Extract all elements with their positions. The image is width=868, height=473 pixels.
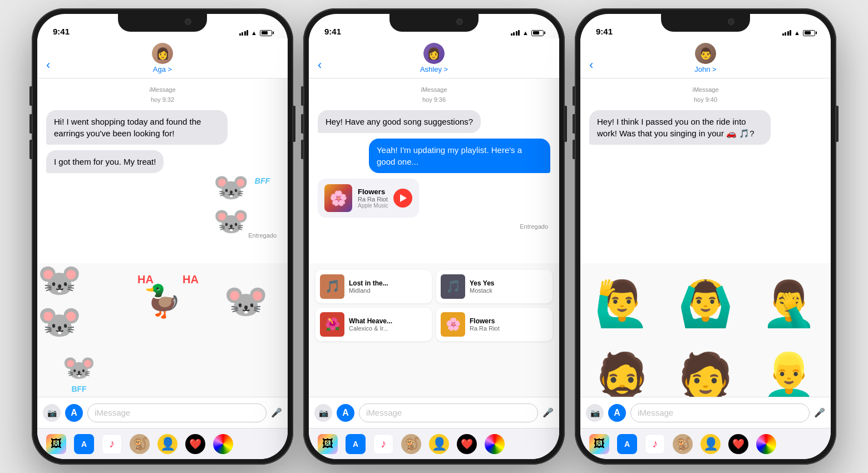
music-panel-2: 🎵 Lost in the... Midland 🎵 Yes Yes Mosta… [309, 263, 559, 397]
message-row-4: Yeah! I'm updating my playlist. Here's a… [318, 139, 550, 173]
photos-app-3[interactable]: 🖼 [589, 434, 609, 454]
contact-header-1[interactable]: 👩 Aga > [152, 43, 173, 73]
animoji-app-1[interactable]: 👤 [157, 434, 177, 454]
appstore-button-1[interactable]: A [65, 404, 83, 422]
music-grid-item-2[interactable]: 🎵 Yes Yes Mostack [436, 270, 553, 303]
audio-button-1[interactable]: 🎤 [271, 407, 282, 418]
memoji-app-3[interactable]: 🐒 [673, 434, 693, 454]
imessage-input-2[interactable]: iMessage [359, 403, 538, 422]
heart-app-3[interactable]: ❤️ [728, 434, 748, 454]
contact-header-3[interactable]: 👨 John > [694, 43, 716, 73]
battery-icon-2 [531, 30, 544, 36]
mini-art-1: 🎵 [320, 274, 344, 299]
sticker-cell-1[interactable]: 🐭🐭 [37, 268, 121, 334]
animoji-app-3[interactable]: 👤 [701, 434, 721, 454]
appstore-button-2[interactable]: A [337, 404, 354, 422]
photos-app-2[interactable]: 🖼 [318, 434, 338, 454]
mini-artist-3: Calexico & Ir... [349, 325, 392, 332]
music-grid-item-4[interactable]: 🌸 Flowers Ra Ra Riot [436, 308, 553, 341]
memoji-panel-3: 🙋‍♂️ 🙆‍♂️ 🤦‍♂️ 🧔 🧑 👱‍♂️ [580, 263, 831, 397]
sticker-cell-2[interactable]: HA HA 🦆 [121, 268, 204, 334]
ring-app-2[interactable] [485, 434, 505, 454]
bubble-4: Yeah! I'm updating my playlist. Here's a… [369, 139, 550, 173]
sticker-1: BFF 🐭🐭 [213, 176, 274, 226]
animoji-app-2[interactable]: 👤 [429, 434, 449, 454]
notch-3 [661, 14, 750, 32]
memoji-app-1[interactable]: 🐒 [130, 434, 150, 454]
photos-app-1[interactable]: 🖼 [46, 434, 66, 454]
contact-name-1: Aga > [153, 65, 172, 73]
camera-button-1[interactable]: 📷 [43, 404, 61, 422]
memoji-cell-5[interactable]: 🧑 [664, 340, 747, 397]
imessage-input-3[interactable]: iMessage [630, 403, 810, 422]
phone-1: 9:41 ▲ ‹ 👩 Aga > [32, 8, 293, 465]
status-time-3: 9:41 [596, 27, 613, 36]
appstore-button-3[interactable]: A [608, 404, 626, 422]
ring-app-1[interactable] [213, 434, 233, 454]
memoji-cell-4[interactable]: 🧔 [580, 340, 664, 397]
sticker-area-1: BFF 🐭🐭 [46, 176, 279, 226]
sticker-cell-6[interactable] [204, 334, 288, 397]
contact-header-2[interactable]: 👩 Ashley > [420, 43, 448, 73]
mini-title-2: Yes Yes [470, 279, 495, 287]
app-strip-2: 🖼 A ♪ 🐒 👤 ❤️ [309, 428, 559, 459]
memoji-cell-1[interactable]: 🙋‍♂️ [580, 268, 664, 340]
sticker-cell-3[interactable]: 🐭 [204, 268, 288, 334]
avatar-3: 👨 [695, 43, 716, 64]
input-bar-3: 📷 A iMessage 🎤 [580, 397, 831, 428]
bubble-1: Hi! I went shopping today and found the … [46, 110, 228, 145]
appstore-app-2[interactable]: A [346, 434, 366, 454]
audio-button-2[interactable]: 🎤 [542, 407, 554, 418]
music-grid-item-1[interactable]: 🎵 Lost in the... Midland [315, 270, 432, 303]
heart-app-1[interactable]: ❤️ [185, 434, 205, 454]
signal-icon-3 [782, 30, 792, 36]
back-button-3[interactable]: ‹ [589, 58, 593, 72]
memoji-app-2[interactable]: 🐒 [401, 434, 421, 454]
status-time-1: 9:41 [53, 27, 70, 36]
message-row-1: Hi! I went shopping today and found the … [46, 110, 279, 145]
play-icon-1 [400, 194, 407, 202]
message-row-2: I got them for you. My treat! [46, 150, 279, 173]
wifi-icon-1: ▲ [251, 29, 257, 36]
camera-button-3[interactable]: 📷 [586, 404, 604, 422]
music-app-2[interactable]: ♪ [373, 434, 393, 454]
music-source-1: Apple Music [358, 203, 388, 209]
appstore-app-1[interactable]: A [74, 434, 94, 454]
music-grid-item-3[interactable]: 🌺 What Heave... Calexico & Ir... [315, 308, 432, 341]
appstore-app-3[interactable]: A [617, 434, 637, 454]
back-button-2[interactable]: ‹ [318, 58, 322, 72]
music-app-1[interactable]: ♪ [102, 434, 122, 454]
memoji-cell-6[interactable]: 👱‍♂️ [747, 340, 831, 397]
front-camera-3 [728, 18, 734, 25]
memoji-cell-3[interactable]: 🤦‍♂️ [747, 268, 831, 340]
play-button-1[interactable] [393, 189, 412, 208]
mini-artist-4: Ra Ra Riot [470, 325, 500, 332]
camera-button-2[interactable]: 📷 [314, 404, 332, 422]
imessage-input-1[interactable]: iMessage [87, 403, 267, 422]
input-placeholder-3: iMessage [638, 408, 673, 417]
sticker-cell-5[interactable] [121, 334, 204, 397]
app-strip-3: 🖼 A ♪ 🐒 👤 ❤️ [580, 428, 831, 459]
heart-app-2[interactable]: ❤️ [457, 434, 477, 454]
message-row-3: Hey! Have any good song suggestions? [318, 110, 550, 133]
nav-header-2: ‹ 👩 Ashley > [309, 38, 559, 78]
sticker-cell-4[interactable]: 🐭 BFF [37, 334, 121, 397]
mini-title-3: What Heave... [349, 317, 392, 325]
ring-app-3[interactable] [756, 434, 776, 454]
notch-1 [118, 14, 207, 32]
avatar-1: 👩 [152, 43, 173, 64]
memoji-cell-2[interactable]: 🙆‍♂️ [664, 268, 747, 340]
notch-2 [389, 14, 479, 32]
music-app-3[interactable]: ♪ [645, 434, 665, 454]
mini-art-3: 🌺 [320, 312, 344, 337]
music-card-1[interactable]: 🌸 Flowers Ra Ra Riot Apple Music [318, 179, 419, 218]
sticker-panel-1: 🐭🐭 HA HA 🦆 🐭 🐭 BFF [37, 263, 288, 397]
music-artist-1: Ra Ra Riot [358, 196, 388, 203]
mini-info-3: What Heave... Calexico & Ir... [349, 317, 392, 332]
wifi-icon-2: ▲ [522, 29, 529, 36]
back-button-1[interactable]: ‹ [46, 58, 50, 72]
bubble-3: Hey! Have any good song suggestions? [318, 110, 481, 133]
mini-title-4: Flowers [470, 317, 500, 325]
audio-button-3[interactable]: 🎤 [814, 407, 825, 418]
mini-title-1: Lost in the... [349, 279, 388, 287]
